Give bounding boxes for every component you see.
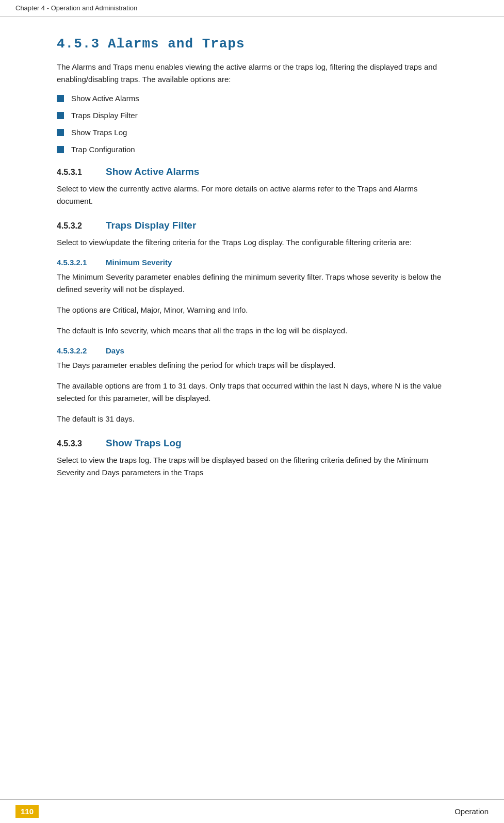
- section-number: 4.5.3: [57, 36, 100, 52]
- bullet-text: Trap Configuration: [71, 145, 135, 154]
- footer-page-number: 110: [15, 805, 39, 818]
- subsubsection-4-5-3-2-2-title: Days: [106, 346, 124, 355]
- bullet-square-icon: [57, 129, 64, 136]
- subsection-4-5-3-2-num: 4.5.3.2: [57, 221, 106, 231]
- bullet-text: Show Active Alarms: [71, 94, 139, 103]
- footer-right-text: Operation: [454, 807, 489, 816]
- section-4-5-3-title: 4.5.3Alarms and Traps: [57, 36, 447, 52]
- subsection-4-5-3-3-heading: 4.5.3.3 Show Traps Log: [57, 438, 447, 449]
- footer-left: 110: [15, 805, 46, 818]
- subsection-4-5-3-1-num: 4.5.3.1: [57, 168, 106, 177]
- subsubsection-4-5-3-2-2-para-2: The available options are from 1 to 31 d…: [57, 380, 447, 405]
- subsection-4-5-3-2-title: Traps Display Filter: [106, 220, 196, 231]
- subsubsection-4-5-3-2-2-heading: 4.5.3.2.2 Days: [57, 346, 447, 355]
- subsubsection-4-5-3-2-2-para-1: The Days parameter enables defining the …: [57, 359, 447, 372]
- bullet-item-0: Show Active Alarms: [57, 94, 447, 103]
- subsection-4-5-3-3-num: 4.5.3.3: [57, 439, 106, 448]
- subsection-4-5-3-1-title: Show Active Alarms: [106, 166, 199, 177]
- subsubsection-4-5-3-2-1-para-2: The options are Critical, Major, Minor, …: [57, 304, 447, 316]
- bullet-item-1: Traps Display Filter: [57, 111, 447, 120]
- bullet-square-icon: [57, 112, 64, 119]
- bullet-item-3: Trap Configuration: [57, 145, 447, 154]
- subsubsection-4-5-3-2-1-num: 4.5.3.2.1: [57, 258, 106, 267]
- section-intro: The Alarms and Traps menu enables viewin…: [57, 61, 447, 86]
- subsubsection-4-5-3-2-2-para-3: The default is 31 days.: [57, 413, 447, 425]
- bullet-square-icon: [57, 95, 64, 102]
- subsubsection-4-5-3-2-1-heading: 4.5.3.2.1 Minimum Severity: [57, 258, 447, 267]
- footer: 110 Operation: [0, 799, 504, 823]
- subsection-4-5-3-3-title: Show Traps Log: [106, 438, 182, 449]
- subsection-4-5-3-1-para: Select to view the currently active alar…: [57, 183, 447, 207]
- bullet-text: Traps Display Filter: [71, 111, 138, 120]
- subsubsection-4-5-3-2-1-para-3: The default is Info severity, which mean…: [57, 325, 447, 337]
- chapter-bar: Chapter 4 - Operation and Administration: [0, 0, 504, 17]
- bullet-list: Show Active AlarmsTraps Display FilterSh…: [57, 94, 447, 154]
- subsection-4-5-3-3-para: Select to view the traps log. The traps …: [57, 454, 447, 479]
- subsection-4-5-3-2-heading: 4.5.3.2 Traps Display Filter: [57, 220, 447, 231]
- bullet-item-2: Show Traps Log: [57, 128, 447, 137]
- main-content: 4.5.3Alarms and Traps The Alarms and Tra…: [0, 17, 504, 528]
- subsubsection-4-5-3-2-1-para-1: The Minimum Severity parameter enables d…: [57, 271, 447, 296]
- subsection-4-5-3-2-para: Select to view/update the filtering crit…: [57, 236, 447, 249]
- subsubsection-4-5-3-2-1-title: Minimum Severity: [106, 258, 172, 267]
- bullet-text: Show Traps Log: [71, 128, 127, 137]
- subsection-4-5-3-1-heading: 4.5.3.1 Show Active Alarms: [57, 166, 447, 177]
- chapter-bar-text: Chapter 4 - Operation and Administration: [15, 4, 137, 12]
- subsubsection-4-5-3-2-2-num: 4.5.3.2.2: [57, 346, 106, 355]
- bullet-square-icon: [57, 146, 64, 153]
- section-title-text: Alarms and Traps: [108, 36, 245, 52]
